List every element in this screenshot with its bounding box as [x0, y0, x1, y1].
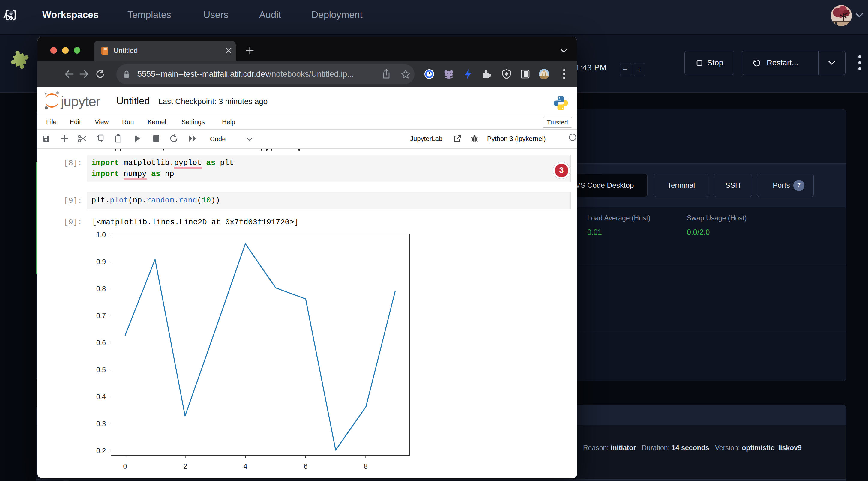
svg-text:2: 2 — [183, 462, 187, 470]
svg-text:0.8: 0.8 — [96, 285, 106, 293]
svg-text:8: 8 — [364, 462, 368, 470]
svg-text:1.0: 1.0 — [96, 231, 106, 239]
svg-text:6: 6 — [304, 462, 307, 470]
svg-text:0.4: 0.4 — [96, 393, 106, 400]
svg-text:0.7: 0.7 — [96, 312, 106, 320]
svg-text:0.5: 0.5 — [96, 366, 106, 374]
svg-text:0: 0 — [123, 462, 127, 470]
svg-text:0.3: 0.3 — [96, 420, 106, 428]
svg-text:0.9: 0.9 — [96, 258, 106, 266]
svg-text:0.6: 0.6 — [96, 339, 106, 347]
svg-text:4: 4 — [244, 462, 247, 470]
svg-text:0.2: 0.2 — [96, 447, 106, 455]
